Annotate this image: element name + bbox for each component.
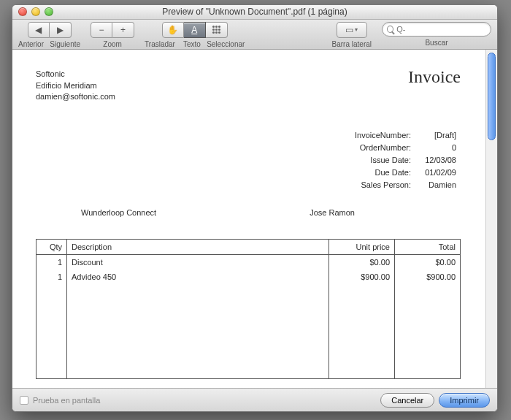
search-label: Buscar — [425, 39, 447, 47]
meta-label-issue: Issue Date: — [352, 155, 414, 166]
table-row: 1 Advideo 450 $900.00 $900.00 — [36, 270, 461, 284]
party-b: Jose Ramon — [310, 208, 355, 217]
move-label: Trasladar — [145, 40, 175, 48]
zoom-icon[interactable] — [45, 7, 53, 16]
sheet-bottom-bar: Prueba en pantalla Cancelar Imprimir — [12, 388, 497, 411]
col-qty: Qty — [36, 239, 67, 254]
text-cursor-icon: A — [191, 26, 197, 34]
marquee-icon — [212, 26, 220, 34]
search-input[interactable] — [396, 25, 486, 34]
line-items-table: Qty Description Unit price Total 1 Disco… — [36, 239, 461, 380]
text-label: Texto — [183, 40, 201, 48]
arrow-left-icon: ◀ — [35, 26, 42, 34]
prev-button[interactable]: ◀ — [28, 22, 50, 38]
meta-value-issue: 12/03/08 — [415, 155, 459, 166]
sender-block: Softonic Edificio Meridiam damien@softon… — [36, 69, 115, 102]
cancel-label: Cancelar — [391, 396, 423, 405]
minimize-icon[interactable] — [31, 7, 40, 16]
meta-value-ordno: 0 — [415, 142, 459, 153]
select-tool-button[interactable] — [206, 22, 228, 38]
tool-group: ✋ A Trasladar Texto Seleccionar — [145, 22, 245, 48]
nav-labels: Anterior Siguiente — [18, 40, 80, 48]
search-group: Buscar — [382, 22, 491, 47]
titlebar: Preview of "Unknown Document".pdf (1 pág… — [12, 5, 497, 20]
meta-label-due: Due Date: — [352, 167, 414, 178]
select-label: Seleccionar — [207, 40, 245, 48]
zoom-label: Zoom — [103, 40, 122, 48]
move-tool-button[interactable]: ✋ — [162, 22, 184, 38]
party-a: Wunderloop Connect — [81, 208, 156, 217]
next-label: Siguiente — [50, 40, 80, 48]
cell-desc: Discount — [67, 254, 329, 270]
table-row: 1 Discount $0.00 $0.00 — [36, 254, 461, 270]
text-tool-button[interactable]: A — [184, 22, 206, 38]
col-total: Total — [395, 239, 461, 254]
sidebar-toggle-button[interactable]: ▭▾ — [337, 22, 367, 38]
traffic-lights — [12, 7, 53, 16]
meta-label-invno: InvoiceNumber: — [352, 130, 414, 141]
print-label: Imprimir — [450, 396, 479, 405]
zoom-out-button[interactable]: − — [91, 22, 112, 38]
proof-label: Prueba en pantalla — [33, 396, 100, 405]
meta-value-sales: Damien — [415, 180, 459, 191]
meta-value-due: 01/02/09 — [415, 167, 459, 178]
pdf-page: Softonic Edificio Meridiam damien@softon… — [18, 56, 478, 388]
table-header-row: Qty Description Unit price Total — [36, 239, 461, 254]
sender-email: damien@softonic.com — [36, 91, 115, 102]
preview-window: Preview of "Unknown Document".pdf (1 pág… — [12, 4, 498, 412]
cell-unit: $0.00 — [329, 254, 395, 270]
print-button[interactable]: Imprimir — [439, 393, 490, 408]
invoice-meta: InvoiceNumber:[Draft] OrderNumber:0 Issu… — [36, 129, 461, 191]
cell-total: $0.00 — [395, 254, 461, 270]
minus-icon: − — [99, 26, 104, 34]
chevron-down-icon: ▾ — [355, 26, 358, 33]
sender-addr: Edificio Meridiam — [36, 80, 115, 91]
close-icon[interactable] — [18, 7, 27, 16]
col-desc: Description — [67, 239, 329, 254]
page-viewport[interactable]: Softonic Edificio Meridiam damien@softon… — [12, 50, 485, 388]
cell-total: $900.00 — [395, 270, 461, 284]
document-area: Softonic Edificio Meridiam damien@softon… — [12, 50, 497, 388]
sidebar-label: Barra lateral — [332, 40, 372, 48]
proof-checkbox[interactable] — [20, 396, 28, 405]
meta-label-sales: Sales Person: — [352, 180, 414, 191]
sidebar-icon: ▭ — [345, 26, 353, 34]
meta-label-ordno: OrderNumber: — [352, 142, 414, 153]
window-title: Preview of "Unknown Document".pdf (1 pág… — [12, 7, 497, 17]
parties-row: Wunderloop Connect Jose Ramon — [36, 208, 461, 217]
cell-desc: Advideo 450 — [67, 270, 329, 284]
sender-name: Softonic — [36, 69, 115, 80]
search-icon — [387, 26, 393, 33]
vertical-scrollbar[interactable] — [485, 50, 497, 388]
hand-icon: ✋ — [167, 25, 178, 35]
tool-labels: Trasladar Texto Seleccionar — [145, 40, 245, 48]
sidebar-group: ▭▾ Barra lateral — [332, 22, 372, 48]
table-filler — [36, 284, 461, 379]
arrow-right-icon: ▶ — [57, 26, 64, 34]
cell-qty: 1 — [36, 270, 67, 284]
next-button[interactable]: ▶ — [50, 22, 72, 38]
nav-group: ◀ ▶ Anterior Siguiente — [18, 22, 80, 48]
document-title: Invoice — [408, 67, 461, 87]
cell-unit: $900.00 — [329, 270, 395, 284]
col-unit: Unit price — [329, 239, 395, 254]
search-field-wrap[interactable] — [382, 22, 491, 37]
meta-value-invno: [Draft] — [415, 130, 459, 141]
cell-qty: 1 — [36, 254, 67, 270]
cancel-button[interactable]: Cancelar — [380, 393, 434, 408]
zoom-in-button[interactable]: + — [112, 22, 134, 38]
toolbar: ◀ ▶ Anterior Siguiente − + Zoom ✋ A Tras… — [12, 20, 497, 50]
zoom-group: − + Zoom — [91, 22, 134, 48]
prev-label: Anterior — [18, 40, 44, 48]
plus-icon: + — [120, 26, 126, 34]
scrollbar-thumb[interactable] — [488, 53, 496, 140]
